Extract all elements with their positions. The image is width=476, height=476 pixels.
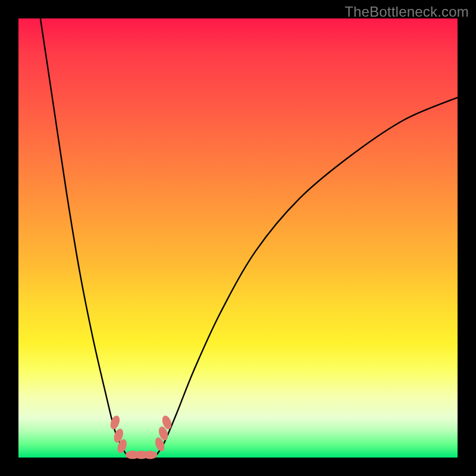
curves-svg bbox=[18, 18, 458, 458]
right-curve bbox=[155, 98, 458, 458]
floor-right-marker bbox=[143, 451, 157, 459]
watermark-text: TheBottleneck.com bbox=[345, 4, 469, 20]
markers-group bbox=[109, 414, 173, 459]
left-curve bbox=[40, 18, 129, 458]
frame: TheBottleneck.com bbox=[0, 0, 476, 476]
